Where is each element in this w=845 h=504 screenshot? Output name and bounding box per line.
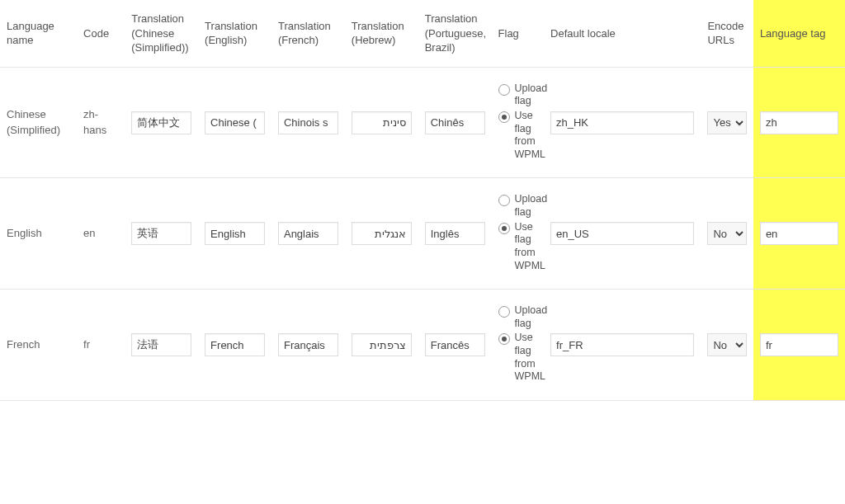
flag-upload-radio[interactable] [498,195,510,206]
cell-tr_pt [418,290,492,401]
languages-table: Language name Code Translation (Chinese … [0,0,845,401]
cell-tr_fr [271,67,345,178]
cell-flag: Upload flagUse flag from WPML [492,67,544,178]
cell-tr_zh [125,290,198,401]
cell-code: fr [77,290,125,401]
cell-tr_he [345,67,418,178]
language-tag-input[interactable] [760,111,838,134]
cell-language-name: French [0,290,77,401]
flag-upload-label: Upload flag [515,82,548,108]
translation-fr-input[interactable] [278,222,338,245]
cell-tr_zh [125,178,198,290]
cell-tr_en [198,178,271,290]
table-row: Chinese (Simplified)zh-hansUpload flagUs… [0,67,845,178]
flag-upload-label: Upload flag [515,304,548,330]
table-row: FrenchfrUpload flagUse flag from WPMLYes… [0,290,845,401]
cell-flag: Upload flagUse flag from WPML [492,290,544,401]
header-default-locale: Default locale [544,0,701,67]
cell-tr_he [345,290,418,401]
flag-wpml-label: Use flag from WPML [515,221,546,273]
cell-flag: Upload flagUse flag from WPML [492,178,544,290]
header-code: Code [77,0,125,67]
translation-en-input[interactable] [205,222,265,245]
cell-default-locale [544,290,701,401]
cell-encode-urls: YesNo [701,290,753,401]
flag-wpml-label: Use flag from WPML [515,110,546,162]
encode-urls-select[interactable]: YesNo [707,111,746,134]
translation-zh-input[interactable] [131,222,191,245]
language-tag-input[interactable] [760,222,838,245]
translation-fr-input[interactable] [278,111,338,134]
header-flag: Flag [492,0,544,67]
cell-language-tag [753,290,845,401]
cell-tr_zh [125,67,198,178]
flag-upload-radio[interactable] [498,306,510,318]
cell-encode-urls: YesNo [701,178,753,290]
flag-wpml-radio[interactable] [498,333,510,345]
cell-tr_he [345,178,418,290]
translation-he-input[interactable] [352,111,412,134]
cell-language-name: English [0,178,77,290]
default-locale-input[interactable] [550,333,694,356]
flag-wpml-label: Use flag from WPML [515,332,546,384]
cell-tr_en [198,290,271,401]
cell-tr_fr [271,178,345,290]
table-row: EnglishenUpload flagUse flag from WPMLYe… [0,178,845,290]
cell-code: en [77,178,125,290]
language-tag-input[interactable] [760,333,838,356]
header-language-tag: Language tag [753,0,845,67]
cell-tr_fr [271,290,345,401]
translation-en-input[interactable] [205,333,265,356]
translation-pt-input[interactable] [425,333,485,356]
default-locale-input[interactable] [550,111,694,134]
flag-upload-label: Upload flag [515,193,548,219]
header-translation-he: Translation (Hebrew) [345,0,418,67]
header-language-name: Language name [0,0,77,67]
cell-language-tag [753,67,845,178]
cell-encode-urls: YesNo [701,67,753,178]
translation-he-input[interactable] [352,222,412,245]
cell-tr_pt [418,178,492,290]
cell-language-tag [753,178,845,290]
translation-he-input[interactable] [352,333,412,356]
flag-wpml-radio[interactable] [498,111,510,123]
header-translation-zh: Translation (Chinese (Simplified)) [125,0,198,67]
translation-pt-input[interactable] [425,111,485,134]
cell-code: zh-hans [77,67,125,178]
flag-upload-radio[interactable] [498,84,510,96]
header-translation-en: Translation (English) [198,0,271,67]
translation-pt-input[interactable] [425,222,485,245]
header-translation-fr: Translation (French) [271,0,345,67]
cell-tr_en [198,67,271,178]
header-encode-urls: Encode URLs [701,0,753,67]
cell-language-name: Chinese (Simplified) [0,67,77,178]
translation-zh-input[interactable] [131,333,191,356]
translation-fr-input[interactable] [278,333,338,356]
table-header-row: Language name Code Translation (Chinese … [0,0,845,67]
cell-default-locale [544,178,701,290]
encode-urls-select[interactable]: YesNo [707,222,746,245]
header-translation-pt: Translation (Portuguese, Brazil) [418,0,492,67]
default-locale-input[interactable] [550,222,694,245]
flag-wpml-radio[interactable] [498,223,510,234]
translation-zh-input[interactable] [131,111,191,134]
cell-tr_pt [418,67,492,178]
cell-default-locale [544,67,701,178]
translation-en-input[interactable] [205,111,265,134]
encode-urls-select[interactable]: YesNo [707,333,746,356]
